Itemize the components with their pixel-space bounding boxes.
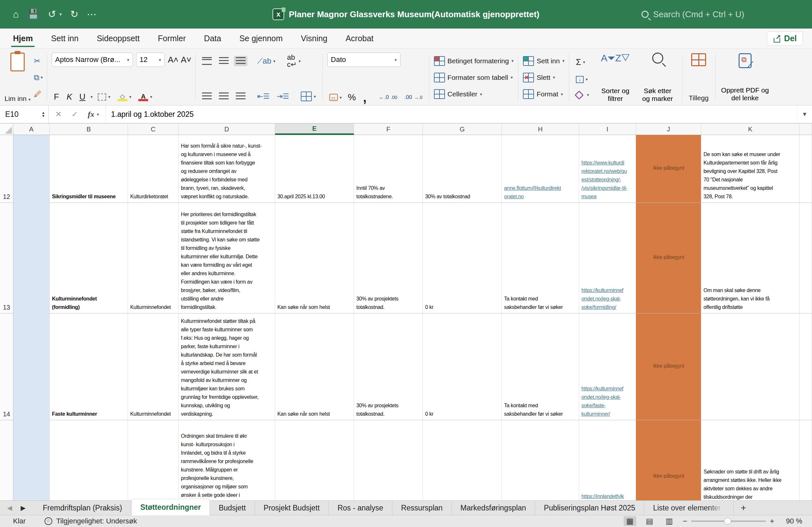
chevron-down-icon[interactable]: ▾ <box>97 112 99 117</box>
align-top-button[interactable] <box>200 56 214 66</box>
italic-button[interactable]: K <box>64 92 74 102</box>
cell-c14[interactable]: Kulturminnefondet <box>128 314 179 420</box>
enter-icon[interactable]: ✓ <box>71 110 78 119</box>
undo-icon[interactable]: ↺ <box>48 10 56 19</box>
row-header-12[interactable]: 12 <box>0 135 13 203</box>
sheet-tab-ressursplan[interactable]: Ressursplan <box>392 501 452 515</box>
sheet-tab-budsjett[interactable]: Budsjett <box>210 501 255 515</box>
font-name-select[interactable]: Aptos Narrow (Brø... ▾ <box>52 52 133 67</box>
cell-h12-email-link[interactable]: anne.flottum@kulturdirekt oratet.no <box>502 135 579 203</box>
normal-view-icon[interactable]: ▦ <box>624 516 636 526</box>
cell-c12[interactable]: Kulturdirketoratet <box>128 135 179 203</box>
cell-c13[interactable]: Kulturminnefondet <box>128 203 179 314</box>
zoom-slider-track[interactable] <box>691 521 766 522</box>
cell-b13[interactable]: Kulturminnefondet (formidling) <box>50 203 128 314</box>
cell-h15[interactable] <box>502 420 579 500</box>
column-header-i[interactable]: I <box>579 124 636 135</box>
cell-j14-status-badge[interactable]: Ikke påbegynt <box>636 314 701 420</box>
cell-f15[interactable] <box>354 420 423 500</box>
cell-styles-button[interactable]: Cellestiler ▾ <box>434 89 514 99</box>
accessibility-status[interactable]: Tilgjengelighet: Undersøk <box>26 517 137 525</box>
cell-k14[interactable] <box>701 314 800 420</box>
copy-button[interactable]: ⧉ ▾ <box>34 73 43 82</box>
align-bottom-button[interactable] <box>234 56 247 66</box>
cut-button[interactable]: ✂ <box>34 57 43 65</box>
column-header-d[interactable]: D <box>179 124 275 135</box>
column-header-f[interactable]: F <box>354 124 423 135</box>
cell-f12[interactable]: Inntil 70% av totalkostnadene. <box>354 135 423 203</box>
cell-g14[interactable]: 0 kr <box>423 314 502 420</box>
column-header-e[interactable]: E <box>275 124 354 135</box>
formula-input[interactable]: 1.april og 1.oktober 2025 <box>106 105 797 123</box>
tab-hjem[interactable]: Hjem <box>12 30 33 46</box>
add-sheet-button[interactable]: + <box>734 501 753 515</box>
fill-color-button[interactable]: ◇▾ <box>116 91 133 103</box>
cell-g15[interactable] <box>423 420 502 500</box>
sheet-tab-stotteordningner[interactable]: Støtteordningner <box>131 499 210 515</box>
decrease-decimal-button[interactable]: .00→.0 <box>403 93 424 102</box>
cell-j15-status-badge[interactable]: Ikke påbegynt <box>636 420 701 500</box>
sheet-tab-fremdriftsplan[interactable]: Fremdriftsplan (Praksis) <box>34 501 131 515</box>
insert-cells-button[interactable]: Sett inn ▾ <box>523 56 565 66</box>
column-header-h[interactable]: H <box>502 124 579 135</box>
save-icon[interactable]: 💾 <box>27 10 39 19</box>
tab-sett-inn[interactable]: Sett inn <box>50 30 79 46</box>
column-header-g[interactable]: G <box>423 124 502 135</box>
tab-scroll-left-icon[interactable]: ◀ <box>7 504 12 512</box>
bold-button[interactable]: F <box>52 92 61 102</box>
cell-i12-url-link[interactable]: https://www.kulturdi rektoratet.no/web/g… <box>579 135 636 203</box>
zoom-in-button[interactable]: + <box>770 517 774 526</box>
tab-acrobat[interactable]: Acrobat <box>345 30 374 46</box>
cell-l12[interactable] <box>800 135 812 203</box>
cell-c15[interactable] <box>128 420 179 500</box>
comma-button[interactable]: , <box>360 94 369 101</box>
row-header-15[interactable] <box>0 420 13 500</box>
formula-bar-expand-icon[interactable]: ▼ <box>797 105 812 123</box>
cell-e13[interactable]: Kan søke når som helst <box>275 203 354 314</box>
format-painter-button[interactable]: 🖉 <box>34 90 43 99</box>
column-header-a[interactable]: A <box>13 124 50 135</box>
name-box[interactable]: E10 ▲▼ <box>0 105 49 123</box>
more-actions-icon[interactable]: ⋯ <box>87 10 97 19</box>
home-icon[interactable]: ⌂ <box>13 10 19 19</box>
format-cells-button[interactable]: Format ▾ <box>523 89 565 99</box>
share-button[interactable]: Del <box>767 31 803 46</box>
align-right-button[interactable] <box>234 91 247 102</box>
create-pdf-button[interactable]: Opprett PDF og del lenke <box>716 52 774 103</box>
align-middle-button[interactable] <box>217 56 231 66</box>
cell-k15[interactable]: Søknader om støtte til drift av årlig ar… <box>701 420 800 500</box>
cell-a12[interactable] <box>13 135 50 203</box>
cell-e14[interactable]: Kan søke når som helst <box>275 314 354 420</box>
cell-l14[interactable] <box>800 314 812 420</box>
column-header-c[interactable]: C <box>128 124 179 135</box>
sheet-tab-prosjekt-budsjett[interactable]: Prosjekt Budsjett <box>255 501 329 515</box>
chevron-down-icon[interactable]: ▾ <box>91 94 93 99</box>
cell-d15[interactable]: Ordningen skal timulere til økr kunst- k… <box>179 420 275 500</box>
page-break-view-icon[interactable]: ▥ <box>663 516 676 526</box>
sort-filter-button[interactable]: A⏷Z▽ Sorter og filtrer <box>599 52 632 103</box>
cell-h13[interactable]: Ta kontakt med saksbehandler før vi søke… <box>502 203 579 314</box>
sheet-tab-liste-over-elementer[interactable]: Liste over elementer i <box>644 501 734 515</box>
row-header-14[interactable]: 14 <box>0 314 13 420</box>
tab-formler[interactable]: Formler <box>157 30 186 46</box>
tab-data[interactable]: Data <box>203 30 222 46</box>
autosum-button[interactable]: Σ▾ <box>574 56 587 69</box>
zoom-slider-knob[interactable] <box>724 517 731 525</box>
select-all-corner[interactable] <box>0 124 13 135</box>
cell-e15[interactable] <box>275 420 354 500</box>
undo-dropdown-icon[interactable]: ▾ <box>59 11 62 17</box>
fill-button[interactable]: ↓▾ <box>574 75 590 85</box>
sheet-tab-markedsforingsplan[interactable]: Markedsføringsplan <box>452 501 535 515</box>
cell-i14-url-link[interactable]: https://kulturminnef ondet.no/jeg-skal- … <box>579 314 636 420</box>
cell-g13[interactable]: 0 kr <box>423 203 502 314</box>
paste-button[interactable]: Lim inn ▾ <box>4 52 30 103</box>
cell-l13[interactable] <box>800 203 812 314</box>
insert-function-icon[interactable]: fx <box>88 110 94 119</box>
cell-g12[interactable]: 30% av totalkostnad <box>423 135 502 203</box>
align-center-button[interactable] <box>217 91 231 102</box>
zoom-level[interactable]: 90 % <box>782 517 802 525</box>
cell-d13[interactable]: Her prioriteres det formidlingstiltak ti… <box>179 203 275 314</box>
cell-a13[interactable] <box>13 203 50 314</box>
cell-i15-url-link[interactable]: https://innlandetfylk <box>579 420 636 500</box>
zoom-slider[interactable]: − + <box>683 517 774 526</box>
